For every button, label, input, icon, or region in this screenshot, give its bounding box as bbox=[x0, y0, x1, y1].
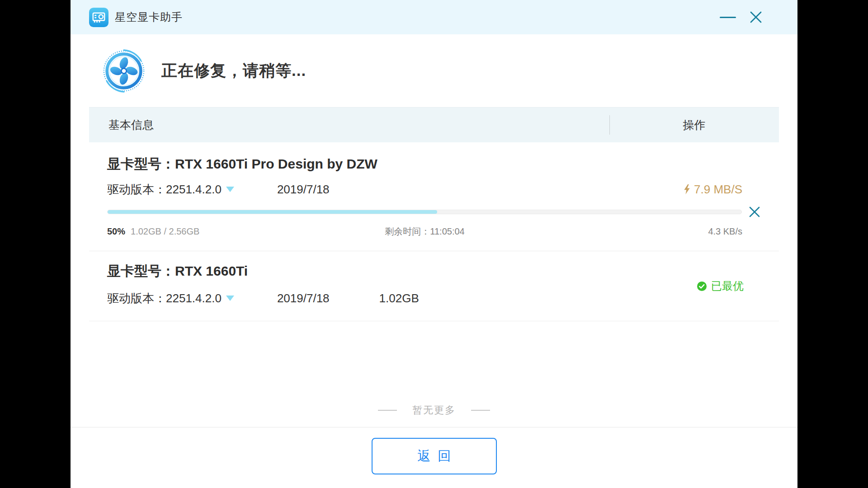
driver-version-value: 2251.4.2.0 bbox=[166, 291, 222, 305]
fan-repair-icon bbox=[102, 49, 146, 93]
driver-meta-line: 驱动版本： 2251.4.2.0 2019/7/18 1.02GB bbox=[107, 290, 742, 306]
progress-line bbox=[107, 206, 761, 218]
release-date: 2019/7/18 bbox=[277, 291, 330, 305]
header-divider bbox=[609, 115, 610, 135]
status-header: 正在修复，请稍等... bbox=[71, 34, 797, 107]
remaining-time: 剩余时间：11:05:04 bbox=[385, 225, 464, 238]
gpu-model-label: 显卡型号： bbox=[107, 262, 175, 281]
progress-bar bbox=[107, 210, 742, 214]
remaining-time-value: 11:05:04 bbox=[430, 226, 464, 236]
check-circle-icon bbox=[697, 281, 707, 291]
optimal-status-badge: 已最优 bbox=[697, 279, 744, 293]
no-more-text: 暂无更多 bbox=[412, 404, 456, 417]
lightning-bolt-icon bbox=[684, 184, 690, 194]
size-progress: 1.02GB / 2.56GB bbox=[131, 226, 199, 237]
chevron-down-icon[interactable] bbox=[226, 296, 234, 301]
progress-percent: 50% bbox=[107, 226, 125, 237]
minimize-icon[interactable] bbox=[720, 17, 736, 18]
driver-version-value: 2251.4.2.0 bbox=[166, 183, 222, 197]
gpu-model-name: RTX 1660Ti bbox=[175, 263, 248, 279]
driver-version-label: 驱动版本： bbox=[107, 182, 166, 197]
repair-status-text: 正在修复，请稍等... bbox=[161, 60, 306, 81]
column-basic-info: 基本信息 bbox=[89, 117, 609, 132]
gpu-model-title: 显卡型号： RTX 1660Ti bbox=[107, 260, 761, 282]
footer: 返回 bbox=[71, 427, 797, 488]
table-header: 基本信息 操作 bbox=[89, 107, 779, 142]
chevron-down-icon[interactable] bbox=[226, 187, 234, 192]
cancel-download-icon[interactable] bbox=[748, 206, 761, 218]
remaining-time-label: 剩余时间： bbox=[385, 226, 430, 236]
gpu-model-title: 显卡型号： RTX 1660Ti Pro Design by DZW bbox=[107, 142, 761, 175]
file-size: 1.02GB bbox=[379, 291, 419, 305]
download-stats: 50% 1.02GB / 2.56GB 剩余时间：11:05:04 4.3 KB… bbox=[107, 225, 742, 237]
app-logo-gpu-card-icon bbox=[89, 8, 108, 27]
close-icon[interactable] bbox=[749, 10, 763, 24]
divider-dash-right bbox=[471, 410, 490, 411]
titlebar: 星空显卡助手 bbox=[71, 0, 797, 34]
current-speed: 4.3 KB/s bbox=[708, 226, 742, 237]
download-speed-indicator: 7.9 MB/S bbox=[684, 183, 742, 197]
column-action-label: 操作 bbox=[683, 117, 706, 132]
release-date: 2019/7/18 bbox=[277, 183, 330, 197]
optimal-status-text: 已最优 bbox=[711, 279, 744, 293]
back-button[interactable]: 返回 bbox=[372, 438, 497, 474]
divider-dash-left bbox=[378, 410, 397, 411]
driver-meta-line: 驱动版本： 2251.4.2.0 2019/7/18 7.9 MB/S bbox=[107, 181, 742, 197]
driver-version-label: 驱动版本： bbox=[107, 291, 166, 306]
no-more-divider: 暂无更多 bbox=[71, 405, 797, 416]
gpu-model-label: 显卡型号： bbox=[107, 155, 175, 174]
gpu-model-name: RTX 1660Ti Pro Design by DZW bbox=[175, 156, 377, 172]
hamburger-menu-icon[interactable] bbox=[690, 11, 707, 23]
window-controls bbox=[690, 10, 763, 24]
download-speed-value: 7.9 MB/S bbox=[694, 183, 742, 197]
app-window: 星空显卡助手 bbox=[71, 0, 797, 488]
progress-fill bbox=[108, 210, 437, 214]
driver-row-optimal: 显卡型号： RTX 1660Ti 驱动版本： 2251.4.2.0 2019/7… bbox=[89, 251, 779, 321]
app-title: 星空显卡助手 bbox=[115, 10, 183, 24]
column-action: 操作 bbox=[609, 108, 779, 142]
driver-table: 基本信息 操作 显卡型号： RTX 1660Ti Pro Design by D… bbox=[89, 107, 779, 321]
driver-row-downloading: 显卡型号： RTX 1660Ti Pro Design by DZW 驱动版本：… bbox=[89, 142, 779, 251]
